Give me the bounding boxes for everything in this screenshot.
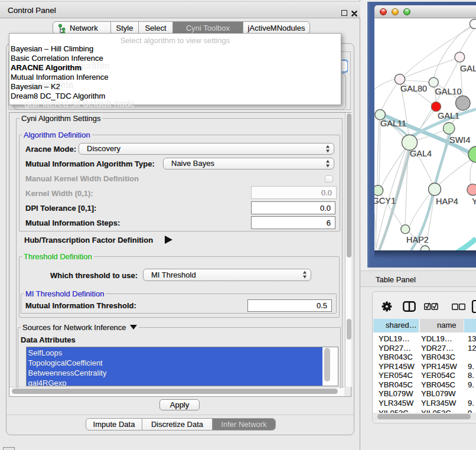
svg-text:GAL4: GAL4 — [410, 149, 432, 158]
svg-text:GCY1: GCY1 — [374, 196, 396, 206]
svg-text:HAP2: HAP2 — [406, 235, 429, 244]
svg-text:HAP4: HAP4 — [436, 197, 458, 206]
svg-text:Y: Y — [472, 197, 476, 206]
svg-text:SWI4: SWI4 — [449, 135, 470, 145]
svg-text:GAL1: GAL1 — [438, 111, 459, 120]
svg-text:GAL7: GAL7 — [460, 64, 476, 73]
svg-text:GAL80: GAL80 — [400, 84, 427, 93]
svg-text:GAL11: GAL11 — [380, 119, 406, 128]
svg-text:GAL10: GAL10 — [435, 87, 462, 96]
